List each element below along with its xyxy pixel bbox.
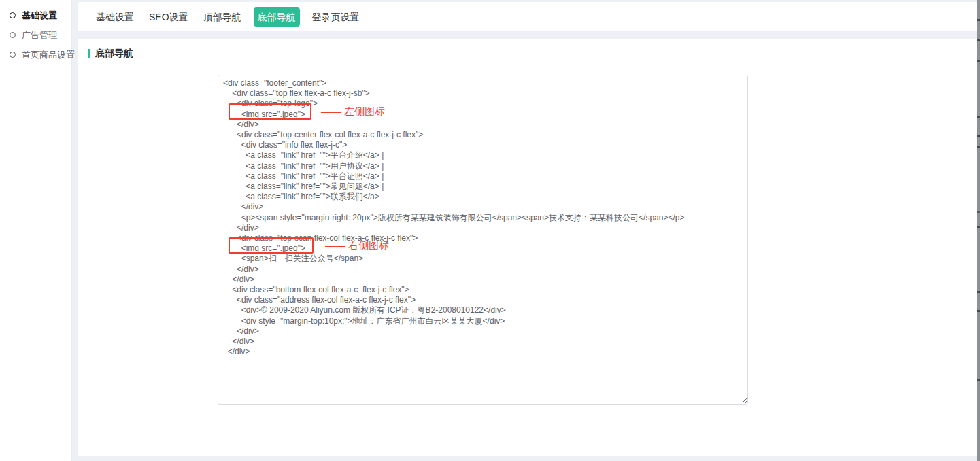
footer-html-editor: <div class="footer_content"> <div class=… (218, 75, 748, 405)
sidebar-item-label: 首页商品设置 (22, 49, 75, 61)
circle-icon (10, 32, 16, 38)
circle-icon (10, 52, 16, 58)
tab-seo-settings[interactable]: SEO设置 (146, 7, 191, 27)
content-panel: 底部导航 <div class="footer_content"> <div c… (78, 39, 977, 456)
tab-top-nav[interactable]: 顶部导航 (201, 7, 244, 27)
section-title-text: 底部导航 (95, 48, 133, 60)
sidebar-item-label: 基础设置 (22, 10, 57, 22)
sidebar: 基础设置 广告管理 首页商品设置 (0, 0, 72, 461)
tab-basic-settings[interactable]: 基础设置 (93, 7, 137, 27)
section-title: 底部导航 (88, 48, 133, 60)
main-area: 基础设置 SEO设置 顶部导航 底部导航 登录页设置 底部导航 <div cla… (78, 0, 977, 461)
sidebar-item-homepage-products[interactable]: 首页商品设置 (0, 45, 71, 65)
tab-footer-nav[interactable]: 底部导航 (254, 7, 300, 27)
tab-login-page[interactable]: 登录页设置 (309, 7, 362, 27)
sidebar-item-basic-settings[interactable]: 基础设置 (0, 5, 71, 25)
sidebar-item-ad-management[interactable]: 广告管理 (0, 25, 71, 45)
circle-icon (10, 12, 16, 18)
tab-bar: 基础设置 SEO设置 顶部导航 底部导航 登录页设置 (78, 2, 977, 31)
footer-html-textarea[interactable]: <div class="footer_content"> <div class=… (218, 75, 748, 405)
settings-page: 基础设置 广告管理 首页商品设置 基础设置 SEO设置 顶部导航 底部导航 登录… (0, 0, 980, 461)
scrollbar[interactable] (977, 0, 980, 461)
sidebar-item-label: 广告管理 (22, 29, 57, 41)
title-accent-bar (88, 49, 90, 58)
